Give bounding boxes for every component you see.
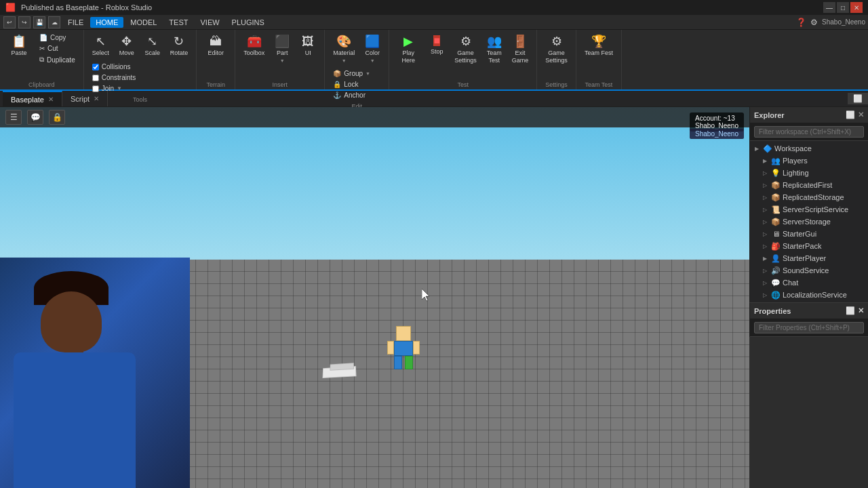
menu-view[interactable]: VIEW <box>195 17 224 28</box>
person-shirt <box>14 352 136 488</box>
tree-item-chat[interactable]: ▷ 💬 Chat <box>750 277 868 289</box>
move-button[interactable]: ✥ Move <box>115 33 139 59</box>
minimize-button[interactable]: — <box>823 2 835 13</box>
tree-item-startergui[interactable]: ▷ 🖥 StarterGui <box>750 228 868 240</box>
team-test-label: TeamTest <box>487 49 502 64</box>
properties-search-input[interactable] <box>754 322 864 333</box>
copy-button[interactable]: 📄 Copy <box>35 33 79 43</box>
settings-icon[interactable]: ⚙ <box>810 18 818 27</box>
properties-search-bar[interactable] <box>750 319 868 337</box>
collisions-checkbox[interactable] <box>92 64 99 70</box>
terrain-editor-button[interactable]: 🏔 Editor <box>201 33 231 59</box>
chat-icon: 💬 <box>771 278 781 287</box>
tab-script-close[interactable]: ✕ <box>94 95 99 102</box>
team-test-button[interactable]: 👥 TeamTest <box>482 33 507 67</box>
color-label: Color <box>366 49 380 56</box>
menu-home[interactable]: HOME <box>90 17 123 28</box>
tree-item-players[interactable]: ▶ 👥 Players <box>750 155 868 167</box>
tab-baseplate[interactable]: Baseplate ✕ <box>3 91 62 106</box>
constraints-checkbox[interactable] <box>92 75 99 81</box>
menu-test[interactable]: TEST <box>163 17 193 28</box>
tree-item-soundservice[interactable]: ▷ 🔊 SoundService <box>750 264 868 277</box>
tree-item-serverstorage[interactable]: ▷ 📦 ServerStorage <box>750 216 868 228</box>
color-button[interactable]: 🟦 Color ▼ <box>360 33 384 66</box>
tab-script[interactable]: Script ✕ <box>62 91 108 106</box>
explorer-search-bar[interactable] <box>750 123 868 141</box>
exit-game-button[interactable]: 🚪 ExitGame <box>508 33 533 67</box>
team-test-icon: 👥 <box>487 35 502 47</box>
explorer-search-input[interactable] <box>754 126 864 138</box>
group-icon: 📦 <box>333 70 341 77</box>
viewport[interactable]: ☰ 💬 🔒 Account: ~13 Shabo_Neeno Shabo_Nee… <box>0 107 749 488</box>
play-here-button[interactable]: ▶ PlayHere <box>393 33 423 67</box>
tree-item-replicatedfirst[interactable]: ▷ 📦 ReplicatedFirst <box>750 179 868 191</box>
move-label: Move <box>119 49 134 56</box>
ui-button[interactable]: 🖼 UI <box>296 33 320 66</box>
duplicate-button[interactable]: ⧉ Duplicate <box>35 54 79 65</box>
explorer-close-icon[interactable]: ✕ <box>858 110 864 119</box>
viewport-menu-button[interactable]: ☰ <box>5 110 22 125</box>
publish-button[interactable]: ☁ <box>48 16 60 28</box>
game-settings-label: GameSettings <box>454 49 477 64</box>
team-fest-button[interactable]: 🏆 Team Fest <box>580 33 617 59</box>
lock-button[interactable]: 🔒 Lock <box>329 79 384 89</box>
tree-item-starterpack[interactable]: ▷ 🎒 StarterPack <box>750 240 868 252</box>
viewport-lock-button[interactable]: 🔒 <box>49 110 65 125</box>
rotate-button[interactable]: ↻ Rotate <box>166 33 193 59</box>
game-settings2-button[interactable]: ⚙ GameSettings <box>541 33 572 67</box>
properties-panel: Properties ⬜ ✕ <box>749 302 868 337</box>
properties-expand-icon[interactable]: ⬜ <box>846 306 855 315</box>
explorer-panel: Explorer ⬜ ✕ ▶ 🔷 Workspace ▶ <box>749 107 868 302</box>
tree-item-serverscriptservice[interactable]: ▷ 📜 ServerScriptService <box>750 203 868 216</box>
stop-button[interactable]: ■ Stop <box>425 33 449 58</box>
close-button[interactable]: ✕ <box>850 2 863 13</box>
restore-panel-button[interactable]: ⬜ <box>848 93 868 104</box>
tab-baseplate-close[interactable]: ✕ <box>48 96 54 103</box>
starterplayer-icon: 👤 <box>771 253 781 263</box>
tree-item-workspace[interactable]: ▶ 🔷 Workspace <box>750 142 868 155</box>
stop-icon: ■ <box>433 35 440 46</box>
part-button[interactable]: ⬛ Part ▼ <box>270 33 294 66</box>
undo-button[interactable]: ↩ <box>3 16 16 28</box>
team-fest-label: Team Fest <box>585 49 613 56</box>
explorer-expand-icon[interactable]: ⬜ <box>846 110 855 119</box>
select-button[interactable]: ↖ Select <box>88 33 113 59</box>
tree-item-replicatedstorage[interactable]: ▷ 📦 ReplicatedStorage <box>750 191 868 203</box>
material-button[interactable]: 🎨 Material ▼ <box>329 33 359 66</box>
menu-plugins[interactable]: PLUGINS <box>226 17 270 28</box>
redo-button[interactable]: ↪ <box>18 16 31 28</box>
part-label: Part <box>277 49 288 56</box>
group-button[interactable]: 📦 Group ▼ <box>329 68 384 79</box>
test-section-label: Test <box>458 79 469 88</box>
menu-file[interactable]: FILE <box>62 17 89 28</box>
tree-item-localizationservice[interactable]: ▷ 🌐 LocalizationService <box>750 289 868 301</box>
tree-item-lighting[interactable]: ▷ 💡 Lighting <box>750 167 868 179</box>
menu-model[interactable]: MODEL <box>125 17 162 28</box>
maximize-button[interactable]: □ <box>837 2 849 13</box>
save-button[interactable]: 💾 <box>33 16 45 28</box>
ribbon-edit-section: 🎨 Material ▼ 🟦 Color ▼ 📦 Group ▼ 🔒 <box>325 30 389 89</box>
scale-button[interactable]: ⤡ Scale <box>140 33 165 59</box>
char-right-leg <box>405 356 413 369</box>
game-settings-button[interactable]: ⚙ GameSettings <box>450 33 481 67</box>
ui-label: UI <box>305 49 311 56</box>
team-test-section-label: Team Test <box>585 79 612 88</box>
soundservice-label: SoundService <box>783 266 865 274</box>
viewport-chat-button[interactable]: 💬 <box>27 110 43 125</box>
help-icon[interactable]: ❓ <box>796 18 806 27</box>
players-icon: 👥 <box>771 156 781 165</box>
tree-item-starterplayer[interactable]: ▶ 👤 StarterPlayer <box>750 252 868 264</box>
constraints-toggle[interactable]: Constraints <box>88 73 193 83</box>
paste-button[interactable]: 📋 Paste <box>4 33 34 59</box>
explorer-tree: ▶ 🔷 Workspace ▶ 👥 Players ▷ 💡 Lighting <box>750 141 868 302</box>
properties-close-icon[interactable]: ✕ <box>858 306 864 315</box>
toolbox-button[interactable]: 🧰 Toolbox <box>239 33 269 66</box>
cut-label: Cut <box>47 45 58 52</box>
ribbon-test-section: ▶ PlayHere ■ Stop ⚙ GameSettings 👥 TeamT… <box>389 30 537 89</box>
collisions-toggle[interactable]: Collisions <box>88 62 193 72</box>
starterplayer-arrow: ▶ <box>761 254 769 262</box>
toolbox-label: Toolbox <box>243 49 264 56</box>
anchor-button[interactable]: ⚓ Anchor <box>329 90 384 100</box>
cut-button[interactable]: ✂ Cut <box>35 43 79 54</box>
scale-icon: ⤡ <box>147 35 157 47</box>
